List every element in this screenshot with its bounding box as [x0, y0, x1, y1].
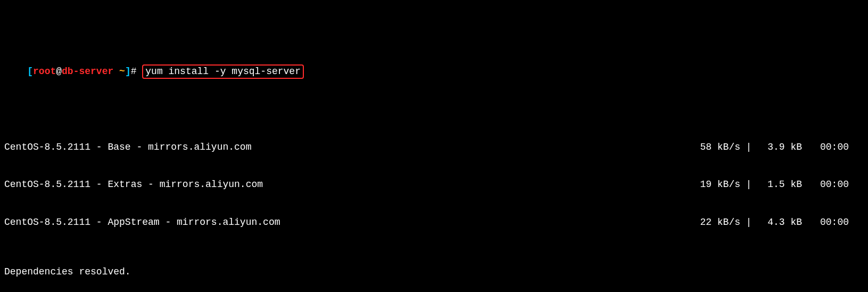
repo-time: 00:00 [805, 216, 864, 229]
repo-size: 3.9 kB [754, 141, 805, 153]
deps-resolved-text: Dependencies resolved. [4, 266, 864, 278]
prompt-path: ~ [113, 66, 125, 77]
repo-size: 1.5 kB [754, 179, 805, 191]
prompt-open-bracket: [ [27, 66, 33, 77]
repo-line: CentOS-8.5.2111 - Base - mirrors.aliyun.… [4, 141, 864, 153]
prompt-hash: # [131, 66, 143, 77]
repo-line: CentOS-8.5.2111 - Extras - mirrors.aliyu… [4, 179, 864, 191]
prompt-at: @ [56, 66, 62, 77]
repo-name: CentOS-8.5.2111 - AppStream - mirrors.al… [4, 216, 409, 229]
command-text: yum install -y mysql-server [145, 66, 301, 77]
prompt-host: db-server [62, 66, 113, 77]
repo-name: CentOS-8.5.2111 - Extras - mirrors.aliyu… [4, 179, 409, 191]
terminal[interactable]: [root@db-server ~]# yum install -y mysql… [0, 0, 868, 292]
prompt-close-bracket: ] [125, 66, 131, 77]
prompt-user: root [33, 66, 56, 77]
pipe-sep: | [743, 141, 754, 153]
pipe-sep: | [743, 179, 754, 191]
command-highlight: yum install -y mysql-server [142, 64, 304, 79]
repo-rate: 22 kB/s [666, 216, 743, 229]
repo-rate: 19 kB/s [666, 179, 743, 191]
repo-line: CentOS-8.5.2111 - AppStream - mirrors.al… [4, 216, 864, 229]
repo-time: 00:00 [805, 141, 864, 153]
repo-size: 4.3 kB [754, 216, 805, 229]
pipe-sep: | [743, 216, 754, 229]
repo-name: CentOS-8.5.2111 - Base - mirrors.aliyun.… [4, 141, 409, 153]
repo-time: 00:00 [805, 179, 864, 191]
prompt-line: [root@db-server ~]# yum install -y mysql… [4, 52, 864, 92]
repo-rate: 58 kB/s [666, 141, 743, 153]
